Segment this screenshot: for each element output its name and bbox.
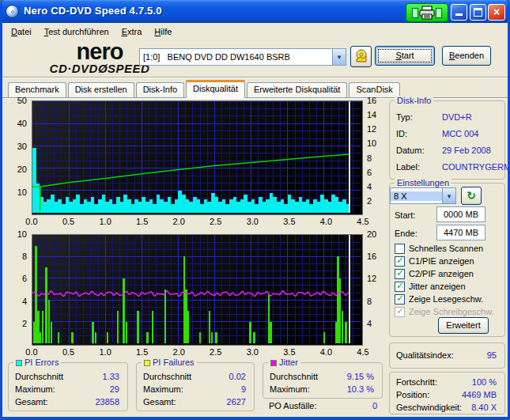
disk-label-label: Label: [396,162,420,172]
printer-icon [419,6,435,20]
geschwindigkeit-label: Geschwindigkeit: [396,403,462,412]
close-icon: × [493,6,500,18]
chart2-right-axis: 20161284 [364,234,384,346]
start-button[interactable]: Start [375,46,435,66]
jitter-title: Jitter [279,358,298,367]
disk-datum-label: Datum: [396,146,424,155]
toolbar-separator [2,77,508,78]
jitter-box: Jitter Durchschnitt9.15 % Maximum:10.3 % [263,362,383,399]
stat-label: Gesamt: [143,397,176,407]
stat-value: 9 [241,384,246,394]
chart1-plot [32,100,363,215]
check-icon: ✓ [396,280,404,291]
disk-label-value: COUNTRYGERM [442,162,510,172]
disk-info-box: Disk-Info Typ:DVD+R ID:MCC 004 Datum:29 … [389,100,505,180]
stat-label: Gesamt: [15,397,48,407]
po-failures-value: 0 [372,401,377,411]
chart2-plot [32,234,363,346]
refresh-button[interactable]: ↻ [461,187,482,205]
menu-extra[interactable]: Extra [115,25,149,39]
stat-value: 0.02 [229,372,246,381]
stat-label: Maximum: [143,384,183,394]
stat-value: 9.15 % [347,372,374,381]
chevron-down-icon[interactable]: ▾ [332,49,346,65]
menu-test-durchfuehren[interactable]: Test durchführen [38,25,115,39]
window-title: Nero CD-DVD Speed 4.7.5.0 [24,5,162,17]
drive-select[interactable]: [1:0] BENQ DVD DD DW1640 BSRB ▾ [139,48,346,66]
tab-disk-info[interactable]: Disk-Info [136,82,184,98]
po-failures-label: PO Ausfälle: [269,401,317,411]
settings-title: Einstellungen [395,178,451,187]
pi-failures-title: PI Failures [153,358,195,367]
ende-field[interactable]: 4470 MB [436,225,485,240]
document-icon [412,8,418,18]
po-failures-row: PO Ausfälle: 0 [266,401,382,412]
disk-info-title: Disk-Info [395,96,433,105]
disk-id-value: MCC 004 [442,129,478,138]
speed-select[interactable]: 8 X ▾ [390,187,456,204]
print-button[interactable] [406,3,448,22]
close-button[interactable]: × [488,4,505,21]
stat-label: Maximum: [15,384,55,394]
pi-failures-box: PI Failures Durchschnitt0.02 Maximum:9 G… [136,362,255,411]
stat-value: 23858 [95,397,119,407]
hand-disc-icon [353,48,369,64]
stat-value: 1.33 [103,372,119,381]
checkbox-box[interactable]: ✓ [395,282,405,292]
page-icon [436,8,442,18]
start-field[interactable]: 0000 MB [436,206,485,222]
menu-datei[interactable]: Datei [5,25,38,39]
stat-label: Durchschnitt [15,372,63,381]
chart1-left-axis: 5040302010 [6,100,30,215]
tab-diskqualitaet[interactable]: Diskqualität [186,80,245,98]
stat-value: 29 [110,384,119,394]
tab-erweiterte-diskqualitaet[interactable]: Erweiterte Diskqualität [247,82,347,98]
erweitert-button[interactable]: Erweitert [438,317,489,334]
tab-disk-erstellen[interactable]: Disk erstellen [68,82,134,98]
disc-icon: Ø [98,62,108,75]
check-icon: ✓ [396,293,404,304]
geschwindigkeit-value: 8.40 X [471,403,497,412]
check-icon: ✓ [396,267,404,278]
check-icon: ✓ [396,305,404,316]
chart1-x-axis: 0.00.51.01.52.02.53.03.54.04.5 [32,217,363,227]
chart2-x-axis: 0.00.51.01.52.02.53.03.54.04.5 [32,347,363,358]
pi-errors-legend-swatch [16,360,22,366]
fortschritt-label: Fortschritt: [396,377,437,387]
stat-label: Maximum: [270,384,310,394]
ende-field-label: Ende: [395,229,417,238]
beenden-button[interactable]: Beenden [442,46,491,66]
fortschritt-value: 100 % [472,377,497,387]
disk-typ-value: DVD+R [442,112,472,122]
pi-errors-title: PI Errors [25,358,59,367]
maximize-button[interactable] [470,4,486,21]
quality-index-box: Qualitätsindex:95 [389,342,505,369]
minimize-button[interactable] [451,4,467,21]
menu-hilfe[interactable]: Hilfe [148,25,178,39]
progress-box: Fortschritt:100 % Position:4469 MB Gesch… [389,372,505,414]
quality-index-label: Qualitätsindex: [396,350,454,360]
quality-index-value: 95 [487,350,497,360]
chevron-down-icon[interactable]: ▾ [442,188,455,203]
check-icon: ✓ [396,255,404,266]
app-icon [6,5,19,18]
menu-bar: Datei Test durchführen Extra Hilfe [2,23,508,40]
title-bar: Nero CD-DVD Speed 4.7.5.0 × [0,0,510,23]
chart1-right-axis: 161412108642 [364,100,384,215]
start-field-label: Start: [395,210,415,220]
checkbox-box[interactable]: ✓ [395,294,405,305]
drive-select-value: [1:0] BENQ DVD DD DW1640 BSRB [140,52,332,62]
checkbox-box[interactable]: ✓ [395,256,405,267]
speed-select-value: 8 X [391,191,442,201]
checkbox-box[interactable]: ✓ [395,307,405,317]
disk-id-label: ID: [396,129,407,138]
position-value: 4469 MB [462,390,497,399]
position-label: Position: [396,390,429,399]
app-window: Nero CD-DVD Speed 4.7.5.0 × Datei Test d… [0,0,510,420]
stat-value: 2627 [227,397,246,407]
checkbox-box[interactable]: ✓ [395,244,405,254]
disk-datum-value: 29 Feb 2008 [442,146,491,155]
eject-disc-button[interactable] [350,46,372,67]
checkbox-box[interactable]: ✓ [395,269,405,279]
jitter-legend-swatch [270,360,277,366]
